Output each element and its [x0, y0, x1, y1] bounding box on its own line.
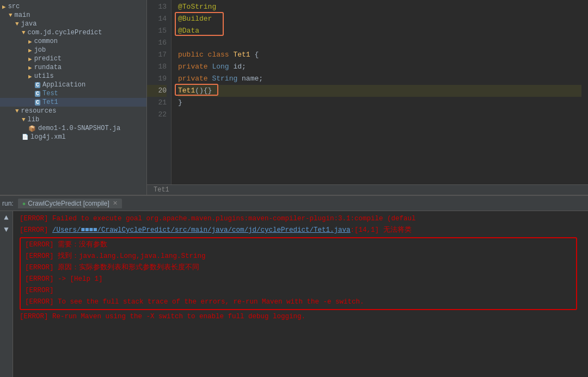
java-icon-application: C [35, 82, 40, 88]
tree-item-predict[interactable]: ▶ predict [0, 54, 146, 63]
code-line-16 [178, 37, 581, 49]
console-output[interactable]: [ERROR] Failed to execute goal org.apach… [13, 211, 588, 377]
run-label: run: [2, 200, 14, 207]
ln-17: 17 [147, 49, 167, 61]
tree-label-tet1: Tet1 [42, 98, 58, 106]
run-tab-bar: run: ● CrawlCyclePredict [compile] ✕ [0, 196, 588, 211]
folder-icon-predict: ▶ [28, 55, 32, 63]
tree-label-common: common [34, 38, 58, 45]
tree-item-main[interactable]: ▼ main [0, 11, 146, 20]
error-link[interactable]: /Users/■■■■/CrawlCyclePredict/src/main/j… [52, 226, 351, 234]
console-controls: ▲ ▼ [ERROR] Failed to execute goal org.a… [0, 211, 588, 377]
run-tab-label: CrawlCyclePredict [compile] [28, 200, 109, 207]
tree-item-java[interactable]: ▼ java [0, 20, 146, 28]
folder-icon-lib: ▼ [22, 116, 26, 123]
tree-item-lib[interactable]: ▼ lib [0, 115, 146, 124]
close-tab-button[interactable]: ✕ [113, 200, 118, 207]
code-line-22 [178, 109, 581, 121]
side-controls: ▲ ▼ [0, 211, 13, 377]
line-numbers: 13 14 15 16 17 18 19 20 21 22 [147, 0, 171, 184]
code-line-21: } [178, 97, 581, 109]
breadcrumb-text: Tet1 [154, 186, 169, 194]
tree-label-rundata: rundata [34, 64, 62, 71]
folder-icon-src: ▶ [2, 3, 6, 10]
tree-item-common[interactable]: ▶ common [0, 37, 146, 46]
folder-icon-common: ▶ [28, 38, 32, 45]
tree-label-utils: utils [34, 72, 54, 80]
folder-icon-rundata: ▶ [28, 64, 32, 71]
console-line-3: [ERROR] 需要：没有参数 [25, 239, 572, 251]
tree-label-predict: predict [34, 55, 62, 63]
tree-item-src[interactable]: ▶ src [0, 2, 146, 11]
jar-icon-demo1: 📦 [28, 125, 36, 132]
folder-icon-main: ▼ [9, 12, 13, 18]
scroll-up-button[interactable]: ▲ [4, 213, 8, 222]
ln-18: 18 [147, 61, 167, 73]
tree-item-test[interactable]: C Test [0, 89, 146, 98]
editor-breadcrumb: Tet1 [147, 184, 588, 195]
code-line-15: @Data [178, 25, 581, 37]
ln-22: 22 [147, 109, 167, 121]
tree-item-job[interactable]: ▶ job [0, 46, 146, 54]
bottom-section: run: ● CrawlCyclePredict [compile] ✕ ▲ ▼… [0, 196, 588, 377]
tree-label-application: Application [42, 81, 85, 89]
code-line-17: public class Tet1 { [178, 49, 581, 61]
console-line-9: [ERROR] Re-run Maven using the -X switch… [20, 311, 581, 323]
code-line-13: @ToString [178, 1, 581, 13]
tree-item-package[interactable]: ▼ com.jd.cyclePredict [0, 28, 146, 37]
top-section: ▶ src ▼ main ▼ java ▼ com.jd.cyclePredic… [0, 0, 588, 196]
ln-21: 21 [147, 97, 167, 109]
file-tree: ▶ src ▼ main ▼ java ▼ com.jd.cyclePredic… [0, 0, 147, 195]
ln-20: 20 [147, 85, 167, 97]
tree-item-log4j[interactable]: 📄 log4j.xml [0, 133, 146, 141]
ln-15: 15 [147, 25, 167, 37]
tree-item-tet1[interactable]: C Tet1 [0, 98, 146, 107]
tree-item-rundata[interactable]: ▶ rundata [0, 63, 146, 72]
tree-item-resources[interactable]: ▼ resources [0, 107, 146, 115]
tree-label-lib: lib [28, 116, 40, 123]
scroll-down-button[interactable]: ▼ [4, 225, 8, 234]
tree-label-resources: resources [21, 107, 57, 115]
folder-icon-job: ▶ [28, 47, 32, 54]
tree-item-utils[interactable]: ▶ utils [0, 72, 146, 81]
tree-label-test: Test [42, 90, 58, 97]
code-line-19: private String name; [178, 73, 581, 85]
folder-icon-package: ▼ [22, 29, 26, 36]
code-line-18: private Long id; [178, 61, 581, 73]
ln-19: 19 [147, 73, 167, 85]
ln-13: 13 [147, 1, 167, 13]
code-content: 13 14 15 16 17 18 19 20 21 22 @ToString … [147, 0, 588, 184]
tree-item-demo1[interactable]: 📦 demo1-1.0-SNAPSHOT.ja [0, 124, 146, 133]
tree-label-log4j: log4j.xml [30, 133, 66, 141]
tree-label-package: com.jd.cyclePredict [28, 29, 102, 36]
console-line-2: [ERROR] /Users/■■■■/CrawlCyclePredict/sr… [20, 225, 581, 236]
console-line-1: [ERROR] Failed to execute goal org.apach… [20, 213, 581, 225]
tree-label-src: src [8, 3, 20, 10]
code-line-20: Tet1(){} [178, 85, 581, 97]
java-icon-test: C [35, 91, 40, 97]
code-line-14: @Builder [178, 13, 581, 25]
code-lines[interactable]: @ToString @Builder @Data public class Te… [171, 0, 588, 184]
tree-label-demo1: demo1-1.0-SNAPSHOT.ja [38, 125, 120, 132]
folder-icon-utils: ▶ [28, 73, 32, 80]
java-icon-tet1: C [35, 100, 40, 106]
ln-14: 14 [147, 13, 167, 25]
ln-16: 16 [147, 37, 167, 49]
console-line-8: [ERROR] To see the full stack trace of t… [25, 296, 572, 308]
run-icon: ● [22, 200, 26, 207]
console-line-6: [ERROR] -> [Help 1] [25, 274, 572, 285]
console-line-7: [ERROR] [25, 285, 572, 296]
tree-item-application[interactable]: C Application [0, 81, 146, 89]
code-editor: 13 14 15 16 17 18 19 20 21 22 @ToString … [147, 0, 588, 195]
error-box: [ERROR] 需要：没有参数 [ERROR] 找到：java.lang.Lon… [20, 237, 577, 310]
folder-icon-resources: ▼ [15, 108, 19, 114]
console-line-5: [ERROR] 原因：实际参数列表和形式参数列表长度不同 [25, 262, 572, 274]
tree-label-main: main [15, 11, 30, 19]
run-tab[interactable]: ● CrawlCyclePredict [compile] ✕ [18, 199, 122, 208]
tree-label-java: java [21, 20, 37, 28]
console-line-4: [ERROR] 找到：java.lang.Long,java.lang.Stri… [25, 251, 572, 262]
xml-icon-log4j: 📄 [22, 134, 28, 140]
tree-label-job: job [34, 46, 46, 54]
folder-icon-java: ▼ [15, 21, 19, 27]
